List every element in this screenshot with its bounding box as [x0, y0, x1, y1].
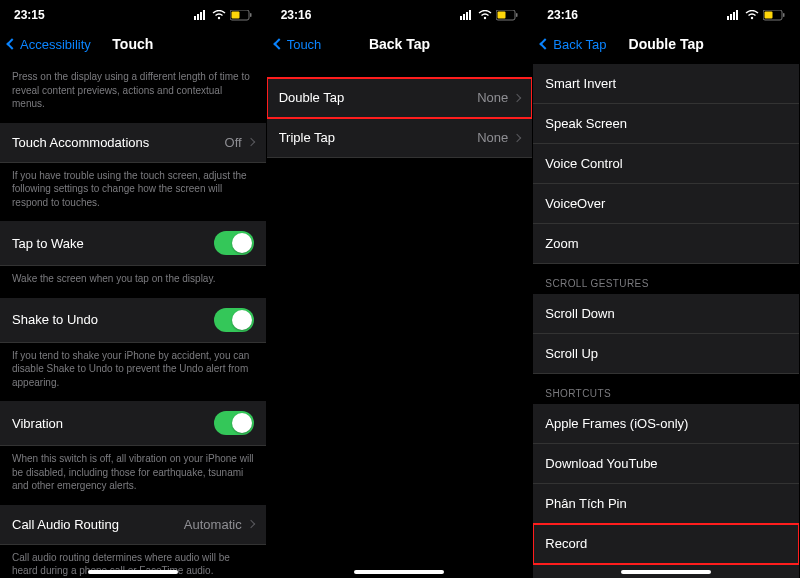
back-label: Accessibility [20, 37, 91, 52]
chevron-left-icon [273, 38, 284, 49]
status-time: 23:16 [547, 8, 578, 22]
label: Tap to Wake [12, 236, 84, 251]
chevron-left-icon [540, 38, 551, 49]
label: Zoom [545, 236, 578, 251]
signal-icon [194, 10, 208, 20]
chevron-right-icon [246, 138, 254, 146]
status-bar: 23:16 [533, 0, 799, 24]
back-button[interactable]: Back Tap [533, 37, 606, 52]
option-row[interactable]: Phân Tích Pin [533, 484, 799, 524]
option-row[interactable]: Record [533, 524, 799, 564]
svg-point-20 [751, 17, 753, 19]
label: VoiceOver [545, 196, 605, 211]
option-row[interactable]: Speak Screen [533, 104, 799, 144]
label: Record [545, 536, 587, 551]
option-row[interactable]: VoiceOver [533, 184, 799, 224]
value: None [477, 130, 520, 145]
row-shake-to-undo[interactable]: Shake to Undo [0, 298, 266, 343]
svg-point-12 [484, 17, 486, 19]
option-row[interactable]: Apple Frames (iOS-only) [533, 404, 799, 444]
svg-rect-23 [783, 13, 785, 17]
signal-icon [727, 10, 741, 20]
back-label: Touch [287, 37, 322, 52]
toggle-switch[interactable] [214, 231, 254, 255]
label: Scroll Down [545, 306, 614, 321]
back-button[interactable]: Accessibility [0, 37, 91, 52]
svg-rect-14 [498, 11, 506, 18]
svg-rect-1 [197, 14, 199, 20]
svg-rect-17 [730, 14, 732, 20]
row-double-tap[interactable]: Double Tap None [267, 78, 533, 118]
value: None [477, 90, 520, 105]
home-indicator [88, 570, 178, 574]
status-time: 23:15 [14, 8, 45, 22]
battery-icon [763, 10, 785, 21]
svg-rect-3 [203, 10, 205, 20]
wifi-icon [478, 10, 492, 20]
chevron-right-icon [513, 133, 521, 141]
navbar: Accessibility Touch [0, 24, 266, 64]
option-row[interactable]: Zoom [533, 224, 799, 264]
toggle-switch[interactable] [214, 308, 254, 332]
svg-rect-10 [466, 12, 468, 20]
screen-touch: 23:15 Accessibility Touch Press on the d… [0, 0, 267, 578]
label: Triple Tap [279, 130, 335, 145]
label: Apple Frames (iOS-only) [545, 416, 688, 431]
status-bar: 23:15 [0, 0, 266, 24]
svg-rect-9 [463, 14, 465, 20]
row-tap-to-wake[interactable]: Tap to Wake [0, 221, 266, 266]
screen-back-tap: 23:16 Touch Back Tap Double Tap None Tri… [267, 0, 534, 578]
svg-rect-19 [736, 10, 738, 20]
svg-rect-11 [469, 10, 471, 20]
row-triple-tap[interactable]: Triple Tap None [267, 118, 533, 158]
svg-rect-16 [727, 16, 729, 20]
svg-rect-7 [250, 13, 252, 17]
svg-rect-6 [231, 11, 239, 18]
svg-rect-22 [764, 11, 772, 18]
status-bar: 23:16 [267, 0, 533, 24]
label: Voice Control [545, 156, 622, 171]
wifi-icon [212, 10, 226, 20]
label: Scroll Up [545, 346, 598, 361]
label: Smart Invert [545, 76, 616, 91]
status-time: 23:16 [281, 8, 312, 22]
option-row[interactable]: Download YouTube [533, 444, 799, 484]
label: Download YouTube [545, 456, 657, 471]
screen-double-tap: 23:16 Back Tap Double Tap Smart InvertSp… [533, 0, 800, 578]
svg-rect-2 [200, 12, 202, 20]
desc-text: Wake the screen when you tap on the disp… [0, 266, 266, 298]
option-row[interactable]: Scroll Down [533, 294, 799, 334]
desc-text: If you tend to shake your iPhone by acci… [0, 343, 266, 402]
signal-icon [460, 10, 474, 20]
back-button[interactable]: Touch [267, 37, 322, 52]
option-row[interactable]: Voice Control [533, 144, 799, 184]
label: Double Tap [279, 90, 345, 105]
section-header: SCROLL GESTURES [533, 264, 799, 294]
svg-rect-18 [733, 12, 735, 20]
svg-rect-0 [194, 16, 196, 20]
desc-text: Press on the display using a different l… [0, 64, 266, 123]
label: Call Audio Routing [12, 517, 119, 532]
toggle-switch[interactable] [214, 411, 254, 435]
value: Automatic [184, 517, 254, 532]
status-right [194, 10, 252, 21]
chevron-right-icon [513, 93, 521, 101]
desc-text: When this switch is off, all vibration o… [0, 446, 266, 505]
row-call-audio-routing[interactable]: Call Audio Routing Automatic [0, 505, 266, 545]
label: Speak Screen [545, 116, 627, 131]
svg-rect-15 [516, 13, 518, 17]
chevron-right-icon [246, 520, 254, 528]
row-touch-accommodations[interactable]: Touch Accommodations Off [0, 123, 266, 163]
value: Off [225, 135, 254, 150]
svg-rect-8 [460, 16, 462, 20]
svg-point-4 [217, 17, 219, 19]
battery-icon [230, 10, 252, 21]
wifi-icon [745, 10, 759, 20]
row-vibration[interactable]: Vibration [0, 401, 266, 446]
navbar: Touch Back Tap [267, 24, 533, 64]
label: Touch Accommodations [12, 135, 149, 150]
option-row[interactable]: Scroll Up [533, 334, 799, 374]
battery-icon [496, 10, 518, 21]
option-row[interactable]: Smart Invert [533, 64, 799, 104]
content: Smart InvertSpeak ScreenVoice ControlVoi… [533, 64, 799, 578]
